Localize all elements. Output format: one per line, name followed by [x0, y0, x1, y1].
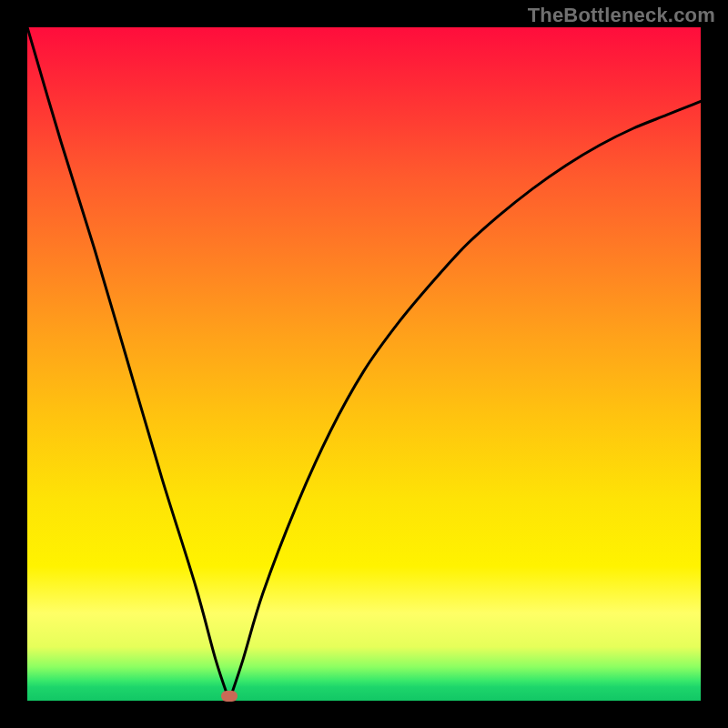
plot-area [27, 27, 701, 701]
curve-left-branch [27, 27, 229, 701]
chart-frame: TheBottleneck.com [0, 0, 728, 728]
curve-svg [27, 27, 701, 701]
watermark-text: TheBottleneck.com [528, 4, 715, 27]
minimum-marker [221, 691, 238, 702]
curve-right-branch [229, 101, 701, 701]
